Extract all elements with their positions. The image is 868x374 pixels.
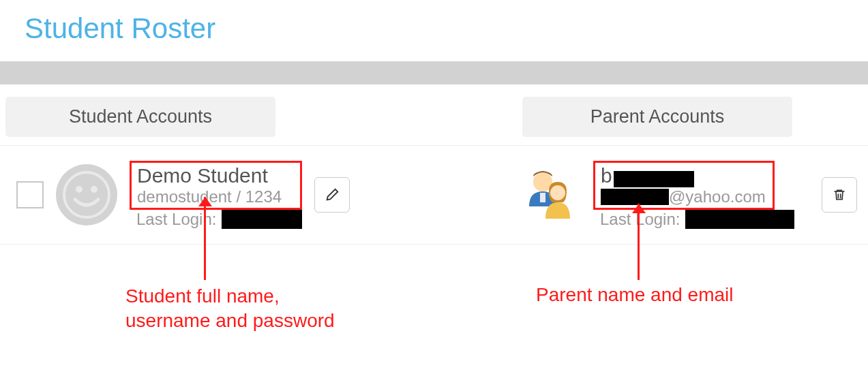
student-credentials: demostudent / 1234 [137,187,295,206]
select-student-checkbox[interactable] [16,181,44,208]
parent-email-suffix: @yahoo.com [669,187,766,206]
student-avatar [56,164,117,225]
parent-info: b @yahoo.com Last Login: [593,161,794,229]
parent-highlight-box: b @yahoo.com [593,161,775,210]
parent-name-prefix: b [601,164,612,187]
divider-bar [0,61,868,84]
annotation-arrow-parent [638,204,640,280]
pencil-icon [325,187,340,202]
svg-rect-4 [540,193,545,202]
annotation-layer: Student full name, username and password… [0,245,868,333]
annotation-text-student: Student full name, username and password [125,284,335,333]
annotation-arrowhead-parent [632,204,646,213]
student-accounts-header: Student Accounts [5,97,275,137]
trash-icon [833,187,846,202]
svg-point-0 [64,172,109,217]
parent-last-login-redacted [685,210,794,229]
page-title: Student Roster [0,0,868,61]
annotation-arrow-student [204,197,206,280]
parent-accounts-header: Parent Accounts [522,97,792,137]
svg-point-1 [76,186,83,193]
annotation-arrowhead-student [198,197,212,206]
student-name: Demo Student [137,164,295,187]
edit-student-button[interactable] [314,177,350,213]
student-highlight-box: Demo Student demostudent / 1234 [130,161,302,210]
student-info: Demo Student demostudent / 1234 Last Log… [130,161,302,229]
svg-point-6 [550,185,565,200]
column-headers: Student Accounts Parent Accounts [0,84,868,145]
parent-name-redacted [614,171,694,187]
student-last-login-redacted [222,210,302,229]
delete-parent-button[interactable] [822,177,857,213]
parent-email-redacted [601,189,669,205]
annotation-text-parent: Parent name and email [536,284,734,306]
svg-point-2 [91,186,98,193]
parent-avatar [520,164,581,225]
roster-row: Demo Student demostudent / 1234 Last Log… [0,145,868,245]
